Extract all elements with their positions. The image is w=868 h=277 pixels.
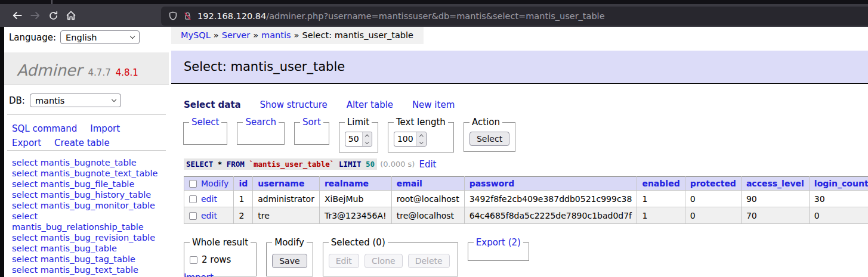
home-icon (66, 10, 76, 21)
limit-spinner[interactable] (362, 132, 372, 146)
column-header-link[interactable]: username (258, 179, 304, 188)
sidebar-table-link[interactable]: select mantis_bugnote_table (12, 157, 169, 168)
row-checkbox[interactable] (189, 195, 197, 203)
import-bottom-link[interactable]: Import (184, 272, 214, 277)
footer-row: Whole result 2 rows Modify Save Selected… (184, 237, 536, 276)
row-checkbox[interactable] (189, 212, 197, 220)
fieldset-text-length: Text length 100 (388, 117, 454, 152)
column-header-link[interactable]: password (469, 179, 515, 188)
selected-legend: Selected (0) (329, 237, 388, 248)
forward-button[interactable] (26, 7, 44, 24)
insecure-lock-icon[interactable] (183, 11, 192, 21)
column-header[interactable]: id (234, 177, 253, 191)
sidebar-table-link[interactable]: select mantis_bug_tag_table (12, 254, 169, 264)
column-header[interactable]: enabled (637, 177, 685, 191)
import-link[interactable]: Import (90, 123, 120, 134)
table-tabs: Select data Show structure Alter table N… (184, 99, 471, 110)
main-content: MySQL»Server»mantis»Select: mantis_user_… (171, 27, 868, 277)
chevron-down-icon (111, 97, 116, 102)
breadcrumb: MySQL»Server»mantis»Select: mantis_user_… (171, 27, 424, 44)
delete-selected-button[interactable]: Delete (408, 254, 450, 268)
save-button[interactable]: Save (272, 254, 307, 268)
breadcrumb-server[interactable]: Server (222, 30, 251, 40)
text-length-spinner[interactable] (416, 132, 426, 146)
language-row: Language: English (9, 30, 140, 44)
column-header-link[interactable]: id (239, 179, 248, 188)
url-path: /adminer.php?username=mantissuser&db=man… (266, 11, 604, 21)
whole-result-checkbox[interactable] (190, 256, 197, 264)
breadcrumb-mysql[interactable]: MySQL (181, 30, 211, 40)
row-edit-link[interactable]: edit (201, 194, 217, 204)
browser-toolbar: 192.168.120.84/adminer.php?username=mant… (0, 4, 868, 27)
column-header[interactable]: login_count (809, 177, 868, 191)
sidebar-table-link[interactable]: select mantis_bug_revision_table (12, 232, 169, 243)
spinner-down-icon[interactable] (419, 140, 423, 144)
sidebar-table-link[interactable]: select mantis_bug_file_table (12, 179, 169, 189)
sidebar-table-link[interactable]: select mantis_bug_monitor_table (12, 200, 169, 211)
column-header-link[interactable]: realname (325, 179, 369, 188)
spinner-up-icon[interactable] (365, 135, 369, 138)
reload-button[interactable] (44, 7, 62, 24)
sidebar-table-link[interactable]: select mantis_bug_text_table (12, 264, 169, 275)
url-text: 192.168.120.84/adminer.php?username=mant… (197, 11, 605, 21)
sidebar-table-link[interactable]: select mantis_bugnote_text_table (12, 168, 169, 179)
cell: 0 (685, 191, 741, 207)
tab-select-data[interactable]: Select data (184, 99, 241, 110)
shield-icon[interactable] (168, 11, 178, 21)
sidebar-table-link[interactable]: select mantis_bug_table (12, 243, 169, 254)
select-all-checkbox[interactable] (189, 180, 197, 188)
spinner-up-icon[interactable] (419, 135, 423, 138)
adminer-logo[interactable]: Adminer (17, 61, 82, 79)
fieldset-limit: Limit 50 (339, 117, 378, 152)
column-header[interactable]: protected (685, 177, 741, 191)
sidebar-table-link[interactable]: select mantis_bug_relationship_table (12, 211, 169, 232)
search-legend-link[interactable]: Search (245, 117, 276, 127)
column-header[interactable]: username (253, 177, 320, 191)
column-header-link[interactable]: enabled (642, 179, 679, 188)
breadcrumb-db[interactable]: mantis (261, 30, 291, 40)
export-link[interactable]: Export (12, 138, 41, 148)
select-legend-link[interactable]: Select (191, 117, 219, 127)
cell: XiBejMub (319, 191, 391, 207)
sql-command-link[interactable]: SQL command (12, 123, 77, 134)
limit-input[interactable]: 50 (345, 132, 372, 147)
back-button[interactable] (8, 7, 26, 24)
modify-header-link[interactable]: Modify (201, 179, 228, 188)
fieldset-sort: Sort (294, 117, 329, 145)
column-header[interactable]: realname (319, 177, 391, 191)
db-select[interactable]: mantis (30, 94, 121, 107)
sidebar-table-link[interactable]: select mantis_bug_history_table (12, 189, 169, 200)
column-header-link[interactable]: access_level (746, 179, 804, 188)
row-edit-link[interactable]: edit (201, 211, 217, 220)
language-select[interactable]: English (60, 30, 140, 44)
url-bar[interactable]: 192.168.120.84/adminer.php?username=mant… (161, 7, 868, 26)
cell: administrator (253, 191, 320, 207)
column-header[interactable]: access_level (741, 177, 809, 191)
row-modify-cell: edit (184, 207, 234, 224)
page-title-bar: Select: mantis_user_table (171, 51, 868, 84)
home-button[interactable] (62, 7, 80, 24)
tab-show-structure[interactable]: Show structure (260, 99, 328, 110)
column-header-link[interactable]: login_count (814, 179, 868, 188)
tab-new-item[interactable]: New item (412, 99, 455, 110)
column-header-link[interactable]: protected (690, 179, 736, 188)
column-header[interactable]: email (391, 177, 464, 191)
modify-header-cell: Modify (184, 177, 234, 191)
export-legend-link[interactable]: Export (2) (476, 237, 521, 248)
adminer-new-version-link[interactable]: 4.8.1 (116, 67, 138, 78)
tab-alter-table[interactable]: Alter table (347, 99, 393, 110)
text-length-input[interactable]: 100 (394, 132, 427, 147)
spinner-down-icon[interactable] (365, 140, 369, 144)
window-left-edge (0, 27, 4, 277)
create-table-link[interactable]: Create table (54, 138, 110, 148)
select-button[interactable]: Select (469, 132, 509, 146)
sort-legend-link[interactable]: Sort (302, 117, 321, 127)
clone-selected-button[interactable]: Clone (365, 254, 403, 268)
sql-query-line: SELECT * FROM `mantis_user_table` LIMIT … (184, 158, 436, 170)
column-header[interactable]: password (464, 177, 637, 191)
column-header-link[interactable]: email (397, 179, 422, 188)
edit-selected-button[interactable]: Edit (329, 254, 359, 268)
edit-query-link[interactable]: Edit (419, 159, 436, 170)
language-label: Language: (9, 32, 56, 43)
cell: 30 (809, 191, 868, 207)
